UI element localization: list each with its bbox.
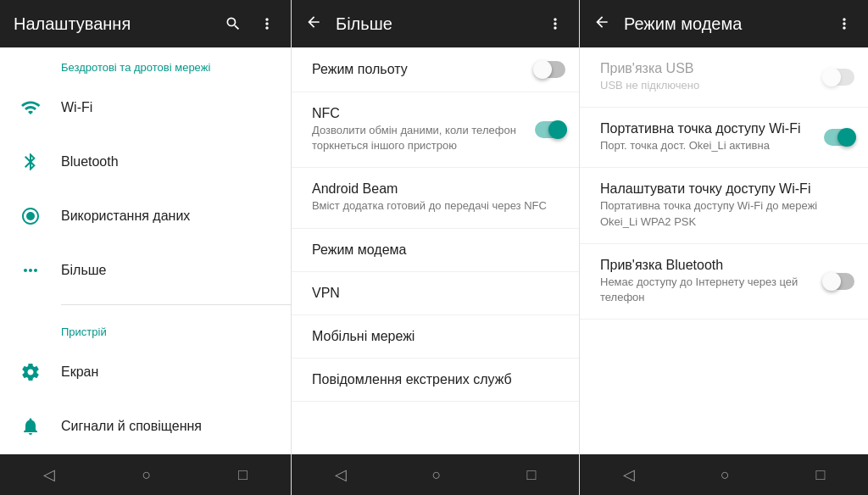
tethering-item[interactable]: Режим модема: [292, 229, 579, 272]
left-bottom-nav: ◁ ○ □: [0, 454, 291, 495]
right-home-button[interactable]: ○: [700, 459, 750, 491]
wifi-hotspot-settings-title: Налаштувати точку доступу Wi-Fi: [600, 181, 854, 197]
airplane-toggle[interactable]: [535, 61, 565, 78]
back-button[interactable]: ◁: [23, 459, 75, 491]
android-beam-item[interactable]: Android Beam Вміст додатка готовий до пе…: [292, 168, 579, 228]
right-content: Прив'язка USB USB не підключено Портатив…: [580, 47, 868, 454]
more-item-text: Більше: [61, 263, 277, 278]
usb-tethering-toggle-thumb: [822, 68, 841, 86]
sidebar-item-more[interactable]: Більше: [0, 243, 291, 298]
right-toolbar-title: Режим модема: [624, 14, 821, 34]
sidebar-item-wifi[interactable]: Wi-Fi: [0, 81, 291, 135]
sidebar-item-bluetooth[interactable]: Bluetooth: [0, 135, 291, 189]
middle-bottom-nav: ◁ ○ □: [292, 454, 579, 495]
usb-tethering-toggle[interactable]: [824, 69, 854, 86]
more-options-icon[interactable]: [257, 14, 277, 34]
left-toolbar-title: Налаштування: [14, 14, 209, 34]
bluetooth-tethering-item[interactable]: Прив'язка Bluetooth Немає доступу до Інт…: [580, 244, 868, 320]
nfc-toggle-thumb: [548, 120, 567, 139]
section-header-device: Пристрій: [0, 312, 291, 345]
screen-icon: [14, 355, 47, 389]
middle-recent-button[interactable]: □: [507, 459, 557, 491]
wifi-hotspot-toggle-thumb: [837, 128, 856, 147]
left-toolbar: Налаштування: [0, 0, 291, 47]
more-icon: [14, 253, 47, 287]
vpn-text: VPN: [312, 286, 565, 301]
section-header-wireless: Бездротові та дротові мережі: [0, 47, 291, 81]
wifi-hotspot-settings-subtitle: Портативна точка доступу Wi-Fi до мережі…: [600, 198, 854, 229]
wifi-hotspot-item[interactable]: Портативна точка доступу Wi-Fi Порт. точ…: [580, 108, 868, 168]
right-recent-button[interactable]: □: [795, 459, 845, 491]
svg-point-0: [26, 212, 35, 220]
mobile-networks-text: Мобільні мережі: [312, 329, 565, 344]
emergency-item[interactable]: Повідомлення екстрених служб: [292, 359, 579, 402]
middle-toolbar: Більше: [292, 0, 579, 47]
bluetooth-item-text: Bluetooth: [61, 154, 277, 170]
wifi-hotspot-text: Портативна точка доступу Wi-Fi Порт. точ…: [600, 121, 817, 153]
mobile-networks-title: Мобільні мережі: [312, 329, 565, 344]
nfc-toggle[interactable]: [535, 121, 565, 138]
sidebar-item-screen[interactable]: Екран: [0, 345, 291, 399]
android-beam-text: Android Beam Вміст додатка готовий до пе…: [312, 181, 565, 214]
data-usage-item-text: Використання даних: [61, 209, 277, 224]
bluetooth-tethering-text: Прив'язка Bluetooth Немає доступу до Інт…: [600, 258, 817, 305]
nfc-item[interactable]: NFC Дозволити обмін даними, коли телефон…: [292, 92, 579, 168]
bluetooth-icon: [14, 145, 47, 179]
data-usage-item-title: Використання даних: [61, 209, 277, 224]
home-button[interactable]: ○: [122, 459, 172, 491]
notifications-item-title: Сигнали й сповіщення: [61, 419, 277, 434]
emergency-title: Повідомлення екстрених служб: [312, 372, 565, 387]
wifi-item-title: Wi-Fi: [61, 100, 277, 115]
middle-panel: Більше Режим польоту NFC Дозволити обмін…: [292, 0, 580, 495]
mobile-networks-item[interactable]: Мобільні мережі: [292, 315, 579, 359]
notification-icon: [14, 409, 47, 443]
middle-content: Режим польоту NFC Дозволити обмін даними…: [292, 47, 579, 454]
more-item-title: Більше: [61, 263, 277, 278]
middle-toolbar-title: Більше: [336, 14, 531, 34]
bluetooth-tethering-toggle[interactable]: [824, 273, 854, 290]
usb-tethering-title: Прив'язка USB: [600, 61, 817, 76]
nfc-subtitle: Дозволити обмін даними, коли телефон тор…: [312, 123, 528, 153]
airplane-mode-title: Режим польоту: [312, 62, 528, 77]
right-back-icon[interactable]: [593, 14, 610, 35]
android-beam-subtitle: Вміст додатка готовий до передачі через …: [312, 198, 565, 214]
right-bottom-nav: ◁ ○ □: [580, 454, 868, 495]
middle-back-button[interactable]: ◁: [314, 459, 367, 491]
middle-more-icon[interactable]: [545, 14, 565, 34]
wifi-hotspot-settings-item[interactable]: Налаштувати точку доступу Wi-Fi Портатив…: [580, 168, 868, 243]
search-icon[interactable]: [223, 14, 243, 34]
usb-tethering-item[interactable]: Прив'язка USB USB не підключено: [580, 47, 868, 108]
recent-button[interactable]: □: [218, 459, 268, 491]
middle-back-icon[interactable]: [305, 14, 322, 35]
section-divider: [61, 304, 291, 305]
middle-home-button[interactable]: ○: [412, 459, 462, 491]
tethering-title: Режим модема: [312, 242, 565, 258]
left-panel: Налаштування Бездротові та дротові мереж…: [0, 0, 292, 495]
wifi-hotspot-settings-text: Налаштувати точку доступу Wi-Fi Портатив…: [600, 181, 854, 229]
right-panel: Режим модема Прив'язка USB USB не підклю…: [580, 0, 868, 495]
data-usage-icon: [14, 199, 47, 233]
wifi-hotspot-toggle[interactable]: [824, 129, 854, 146]
wifi-item-text: Wi-Fi: [61, 100, 277, 115]
wifi-hotspot-title: Портативна точка доступу Wi-Fi: [600, 121, 817, 136]
wifi-icon: [14, 91, 47, 125]
bluetooth-tethering-subtitle: Немає доступу до Інтернету через цей тел…: [600, 275, 817, 305]
right-toolbar: Режим модема: [580, 0, 868, 47]
right-back-button[interactable]: ◁: [603, 459, 655, 491]
usb-tethering-subtitle: USB не підключено: [600, 78, 817, 93]
nfc-text: NFC Дозволити обмін даними, коли телефон…: [312, 106, 528, 153]
screen-item-title: Екран: [61, 364, 277, 380]
sidebar-item-notifications[interactable]: Сигнали й сповіщення: [0, 399, 291, 453]
sidebar-item-data[interactable]: Використання даних: [0, 189, 291, 243]
bluetooth-item-title: Bluetooth: [61, 154, 277, 170]
nfc-title: NFC: [312, 106, 528, 121]
airplane-mode-text: Режим польоту: [312, 62, 528, 77]
notifications-item-text: Сигнали й сповіщення: [61, 419, 277, 434]
usb-tethering-text: Прив'язка USB USB не підключено: [600, 61, 817, 93]
airplane-mode-item[interactable]: Режим польоту: [292, 47, 579, 92]
bluetooth-tethering-title: Прив'язка Bluetooth: [600, 258, 817, 273]
left-content: Бездротові та дротові мережі Wi-Fi Bluet…: [0, 47, 291, 454]
vpn-item[interactable]: VPN: [292, 272, 579, 315]
right-more-icon[interactable]: [834, 14, 854, 34]
emergency-text: Повідомлення екстрених служб: [312, 372, 565, 387]
